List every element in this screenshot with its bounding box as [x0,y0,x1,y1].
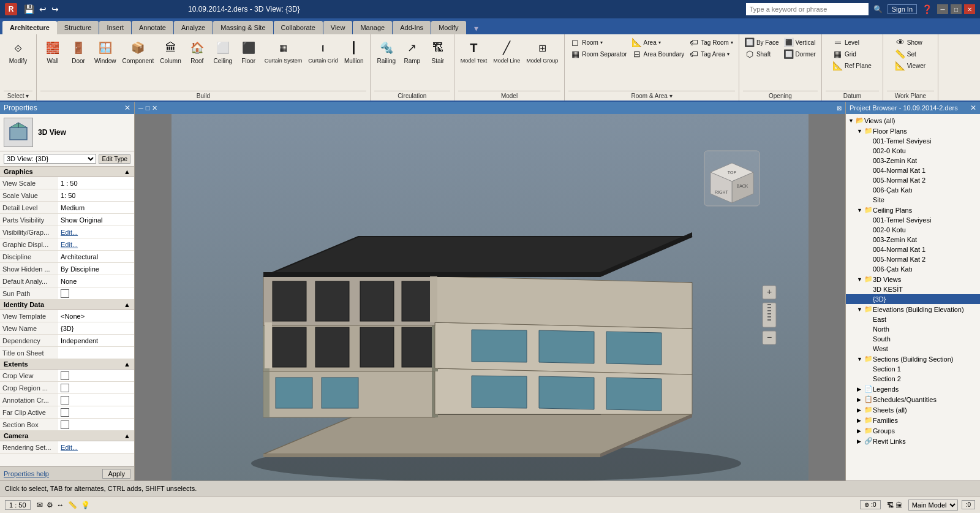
tree-cp-005[interactable]: 005-Normal Kat 2 [846,254,980,264]
tree-sections[interactable]: ▼ 📁 Sections (Building Section) [846,354,980,364]
show-hidden-value[interactable]: By Discipline [58,263,134,275]
edit-type-button[interactable]: Edit Type [99,154,130,164]
tree-cp-004[interactable]: 004-Normal Kat 1 [846,245,980,254]
level-button[interactable]: ═ Level [831,37,873,48]
apply-button[interactable]: Apply [102,469,130,479]
rendering-set-edit-button[interactable]: Edit... [58,441,134,453]
tag-room-dropdown-icon[interactable]: ▾ [731,40,733,45]
floor-button[interactable]: ⬛ Floor [236,37,261,66]
tree-fp-003[interactable]: 003-Zemin Kat [846,156,980,165]
room-dropdown-icon[interactable]: ▾ [600,40,603,45]
scale-display[interactable]: 1 : 50 [5,500,31,510]
tag-area-button[interactable]: 🏷 Tag Area ▾ [687,48,735,59]
quick-access-redo[interactable]: ↪ [50,4,61,14]
tree-3d-current[interactable]: {3D} [846,294,980,304]
discipline-value[interactable]: Architectural [58,251,134,262]
settings-icon[interactable]: ⚙ [45,501,55,509]
view-template-value[interactable]: <None> [58,310,134,322]
modify-button[interactable]: ⟐ Modify [6,37,31,66]
section-box-checkbox[interactable] [61,420,69,429]
close-button[interactable]: ✕ [964,4,975,14]
tab-analyze[interactable]: Analyze [174,21,213,34]
annotation-cr-value[interactable] [58,394,134,406]
tree-fp-002[interactable]: 002-0 Kotu [846,146,980,156]
view-name-value[interactable]: {3D} [58,322,134,334]
camera-section-header[interactable]: Camera ▲ [0,431,134,441]
tab-structure[interactable]: Structure [57,21,99,34]
tree-groups[interactable]: ▶ 📁 Groups [846,425,980,436]
properties-help-link[interactable]: Properties help [4,470,49,477]
set-button[interactable]: 📏 Set [894,48,927,59]
tree-floor-plans[interactable]: ▼ 📁 Floor Plans [846,126,980,136]
tab-view[interactable]: View [323,21,353,34]
tab-architecture[interactable]: Architecture [2,21,57,34]
door-button[interactable]: 🚪 Door [66,37,91,66]
view-scale-value[interactable]: 1 : 50 [58,177,134,189]
tree-elev-north[interactable]: North [846,324,980,334]
area-boundary-button[interactable]: ⊟ Area Boundary [630,48,687,59]
tree-legends[interactable]: ▶ 📄 Legends [846,384,980,394]
properties-close-button[interactable]: ✕ [124,104,130,112]
ramp-button[interactable]: ↗ Ramp [400,37,424,66]
tree-families[interactable]: ▶ 📁 Families [846,415,980,425]
measure-icon[interactable]: 📏 [67,501,78,509]
crop-view-checkbox[interactable] [61,371,69,380]
tab-collaborate[interactable]: Collaborate [274,21,323,34]
curtain-grid-button[interactable]: ⫿ Curtain Grid [306,37,341,65]
title-on-sheet-value[interactable] [58,347,134,359]
tree-3d-views[interactable]: ▼ 📁 3D Views [846,274,980,284]
tree-fp-site[interactable]: Site [846,195,980,205]
tab-expand[interactable]: ▾ [469,22,483,34]
tree-elev-west[interactable]: West [846,344,980,354]
tag-room-button[interactable]: 🏷 Tag Room ▾ [687,37,735,48]
search-input[interactable] [746,3,869,15]
crop-region-value[interactable] [58,382,134,393]
area-dropdown-icon[interactable]: ▾ [658,40,661,45]
crop-region-checkbox[interactable] [61,384,69,392]
crop-view-value[interactable] [58,370,134,381]
model-group-button[interactable]: ⊞ Model Group [524,37,560,65]
roof-button[interactable]: 🏠 Roof [185,37,209,66]
minimize-button[interactable]: ─ [937,4,948,14]
tree-cp-003[interactable]: 003-Zemin Kat [846,235,980,245]
stair-button[interactable]: 🏗 Stair [426,37,450,66]
canvas-close-icon[interactable]: ✕ [152,104,157,112]
tree-elev-south[interactable]: South [846,334,980,344]
tree-cp-001[interactable]: 001-Temel Seviyesi [846,215,980,225]
help-icon[interactable]: ❓ [922,4,932,14]
quick-access-undo[interactable]: ↩ [37,4,48,14]
graphics-section-header[interactable]: Graphics ▲ [0,167,134,177]
tab-addins[interactable]: Add-Ins [393,21,431,34]
canvas-maximize-icon[interactable]: □ [146,104,150,112]
parts-visibility-value[interactable]: Show Original [58,214,134,226]
default-analy-value[interactable]: None [58,275,134,287]
tree-elevations[interactable]: ▼ 📁 Elevations (Building Elevation) [846,304,980,314]
show-button[interactable]: 👁 Show [894,37,927,48]
wall-button[interactable]: 🧱 Wall [40,37,65,66]
type-selector[interactable]: 3D View: {3D} [4,154,96,164]
quick-access-save[interactable]: 💾 [22,4,36,14]
sun-path-checkbox[interactable] [61,289,69,298]
by-face-button[interactable]: 🔲 By Face [743,37,781,48]
tab-modify[interactable]: Modify [431,21,466,34]
viewer-button[interactable]: 📐 Viewer [894,60,927,71]
tree-schedules[interactable]: ▶ 📋 Schedules/Quantities [846,394,980,405]
tree-3d-kesit[interactable]: 3D KESİT [846,284,980,294]
component-button[interactable]: 📦 Component [120,37,157,66]
extents-section-header[interactable]: Extents ▲ [0,359,134,370]
visibility-edit-button[interactable]: Edit... [58,226,134,238]
tree-ceiling-plans[interactable]: ▼ 📁 Ceiling Plans [846,205,980,215]
ref-plane-button[interactable]: 📐 Ref Plane [831,60,873,71]
detail-level-value[interactable]: Medium [58,202,134,213]
far-clip-value[interactable] [58,406,134,418]
model-selector[interactable]: Main Model [908,500,958,511]
grid-button[interactable]: ▦ Grid [831,48,873,59]
tree-cp-006[interactable]: 006-Çatı Katı [846,264,980,274]
curtain-system-button[interactable]: ▦ Curtain System [262,37,305,65]
window-button[interactable]: 🪟 Window [92,37,119,66]
tree-section-1[interactable]: Section 1 [846,364,980,374]
ceiling-button[interactable]: ⬜ Ceiling [211,37,235,66]
light-icon[interactable]: 💡 [80,501,91,509]
tree-fp-005[interactable]: 005-Normal Kat 2 [846,175,980,185]
tree-cp-002[interactable]: 002-0 Kotu [846,225,980,235]
